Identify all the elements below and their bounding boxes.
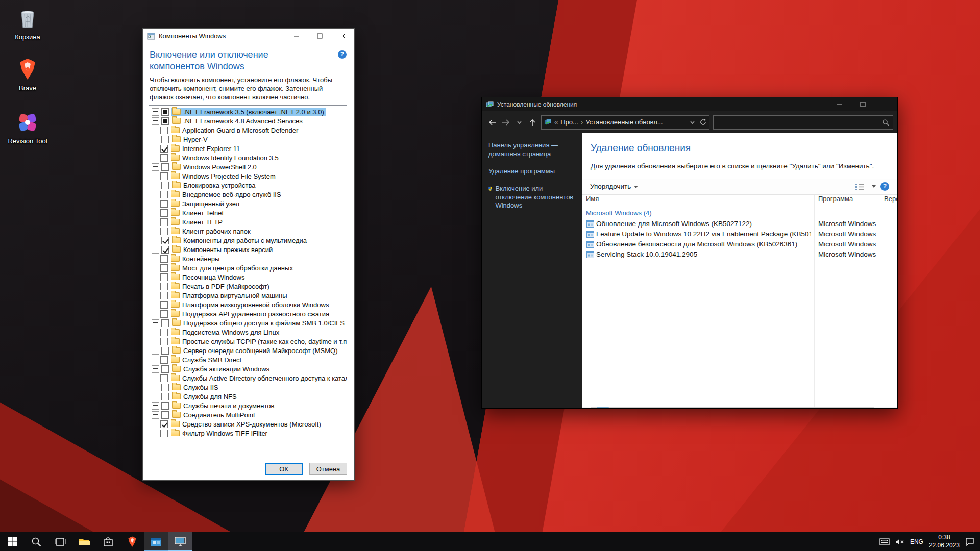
- feature-checkbox[interactable]: [161, 246, 169, 254]
- maximize-button[interactable]: [308, 29, 331, 43]
- desktop-icon-brave[interactable]: Brave: [3, 58, 52, 92]
- sidebar-link-windows-features[interactable]: Включение или отключение компонентов Win…: [488, 185, 578, 211]
- ok-button[interactable]: ОК: [265, 463, 303, 475]
- taskbar-button-features-app[interactable]: [144, 532, 168, 551]
- taskbar-clock[interactable]: 0:38 22.06.2023: [929, 534, 960, 549]
- feature-tree-row[interactable]: .NET Framework 3.5 (включает .NET 2.0 и …: [149, 107, 347, 116]
- expander-plus-icon[interactable]: [152, 136, 159, 143]
- desktop-icon-revision-tool[interactable]: Revision Tool: [3, 111, 52, 145]
- scroll-left-icon[interactable]: [582, 407, 591, 408]
- taskbar-button-brave[interactable]: [120, 532, 144, 551]
- feature-checkbox[interactable]: [160, 127, 168, 134]
- feature-checkbox[interactable]: [160, 338, 168, 345]
- close-button[interactable]: [874, 97, 897, 111]
- feature-tree-row[interactable]: Службы печати и документов: [149, 401, 347, 410]
- expander-plus-icon[interactable]: [152, 182, 159, 189]
- feature-tree-row[interactable]: Поддержка API удаленного разностного сжа…: [149, 309, 347, 318]
- feature-tree-row[interactable]: Клиент Telnet: [149, 208, 347, 217]
- feature-checkbox[interactable]: [160, 218, 168, 226]
- view-mode-icon[interactable]: [855, 183, 864, 190]
- language-indicator[interactable]: ENG: [910, 538, 923, 545]
- taskbar-button-search[interactable]: [24, 532, 48, 551]
- feature-tree-row[interactable]: Windows Projected File System: [149, 171, 347, 181]
- search-icon[interactable]: [883, 119, 889, 126]
- feature-tree-row[interactable]: Внедряемое веб-ядро служб IIS: [149, 190, 347, 199]
- help-icon[interactable]: ?: [338, 50, 347, 59]
- expander-plus-icon[interactable]: [152, 402, 159, 410]
- feature-tree-row[interactable]: Служба SMB Direct: [149, 355, 347, 364]
- feature-tree-row[interactable]: Блокировка устройства: [149, 181, 347, 190]
- feature-checkbox[interactable]: [161, 393, 169, 400]
- taskbar-button-start[interactable]: [0, 532, 24, 551]
- organize-button[interactable]: Упорядочить: [590, 183, 638, 190]
- taskbar-button-store[interactable]: [96, 532, 120, 551]
- desktop-icon-recycle-bin[interactable]: Корзина: [3, 7, 52, 41]
- feature-checkbox[interactable]: [161, 117, 169, 125]
- help-icon[interactable]: ?: [880, 182, 889, 191]
- feature-tree-row[interactable]: Компоненты для работы с мультимедиа: [149, 236, 347, 245]
- feature-tree-row[interactable]: Мост для центра обработки данных: [149, 263, 347, 272]
- feature-checkbox[interactable]: [161, 411, 169, 419]
- feature-checkbox[interactable]: [160, 310, 168, 318]
- feature-tree-row[interactable]: Windows Identity Foundation 3.5: [149, 153, 347, 162]
- sidebar-link-uninstall-program[interactable]: Удаление программы: [488, 167, 578, 176]
- feature-tree-row[interactable]: Простые службы TCPIP (такие как echo, da…: [149, 337, 347, 346]
- cancel-button[interactable]: Отмена: [309, 463, 347, 475]
- feature-checkbox[interactable]: [160, 209, 168, 217]
- feature-checkbox[interactable]: [160, 200, 168, 208]
- feature-checkbox[interactable]: [161, 163, 169, 171]
- feature-tree-row[interactable]: Песочница Windows: [149, 272, 347, 282]
- feature-checkbox[interactable]: [160, 356, 168, 364]
- feature-tree-row[interactable]: Фильтр Windows TIFF IFilter: [149, 429, 347, 438]
- feature-checkbox[interactable]: [160, 430, 168, 437]
- feature-checkbox[interactable]: [161, 182, 169, 189]
- address-dropdown-icon[interactable]: [690, 121, 695, 124]
- minimize-button[interactable]: [828, 97, 851, 111]
- feature-checkbox[interactable]: [160, 292, 168, 299]
- feature-checkbox[interactable]: [161, 402, 169, 410]
- feature-tree-row[interactable]: Соединитель MultiPoint: [149, 410, 347, 419]
- expander-plus-icon[interactable]: [152, 411, 159, 419]
- update-row[interactable]: Servicing Stack 10.0.19041.2905Microsoft…: [582, 249, 897, 260]
- taskbar-button-task-view[interactable]: [48, 532, 72, 551]
- feature-tree-row[interactable]: Компоненты прежних версий: [149, 245, 347, 254]
- feature-tree-row[interactable]: Контейнеры: [149, 254, 347, 263]
- expander-plus-icon[interactable]: [152, 117, 159, 125]
- feature-tree-row[interactable]: Поддержка общего доступа к файлам SMB 1.…: [149, 318, 347, 328]
- column-header-version[interactable]: Верс: [884, 195, 897, 203]
- taskbar-button-control-panel-app[interactable]: [168, 532, 192, 551]
- feature-checkbox[interactable]: [161, 108, 169, 116]
- feature-checkbox[interactable]: [160, 255, 168, 263]
- taskbar-button-explorer[interactable]: [72, 532, 96, 551]
- feature-checkbox[interactable]: [160, 329, 168, 336]
- feature-checkbox[interactable]: [160, 273, 168, 281]
- recent-pages-chevron-icon[interactable]: [512, 116, 526, 129]
- expander-plus-icon[interactable]: [152, 163, 159, 171]
- feature-tree-row[interactable]: Подсистема Windows для Linux: [149, 328, 347, 337]
- close-button[interactable]: [331, 29, 354, 43]
- address-breadcrumb[interactable]: « Про... › Установленные обновл...: [541, 115, 709, 130]
- feature-checkbox[interactable]: [161, 237, 169, 244]
- feature-tree-row[interactable]: Клиент рабочих папок: [149, 227, 347, 236]
- forward-button[interactable]: [499, 116, 512, 129]
- feature-checkbox[interactable]: [160, 154, 168, 162]
- touch-keyboard-icon[interactable]: [879, 538, 890, 545]
- up-button[interactable]: [526, 116, 539, 129]
- feature-checkbox[interactable]: [161, 319, 169, 327]
- feature-checkbox[interactable]: [161, 384, 169, 391]
- breadcrumb-segment[interactable]: Установленные обновл...: [585, 118, 663, 126]
- feature-checkbox[interactable]: [161, 136, 169, 143]
- refresh-icon[interactable]: [700, 119, 706, 126]
- feature-tree-row[interactable]: Windows PowerShell 2.0: [149, 162, 347, 171]
- feature-tree-row[interactable]: Печать в PDF (Майкрософт): [149, 282, 347, 291]
- sidebar-link-home[interactable]: Панель управления — домашняя страница: [488, 141, 578, 159]
- action-center-icon[interactable]: [965, 538, 974, 546]
- feature-checkbox[interactable]: [161, 347, 169, 355]
- expander-plus-icon[interactable]: [152, 384, 159, 391]
- feature-tree-row[interactable]: Платформа низкоуровневой оболочки Window…: [149, 300, 347, 309]
- expander-plus-icon[interactable]: [152, 237, 159, 244]
- expander-plus-icon[interactable]: [152, 319, 159, 327]
- update-row[interactable]: Обновление безопасности для Microsoft Wi…: [582, 239, 897, 249]
- feature-tree-row[interactable]: .NET Framework 4.8 Advanced Services: [149, 116, 347, 126]
- feature-checkbox[interactable]: [160, 283, 168, 290]
